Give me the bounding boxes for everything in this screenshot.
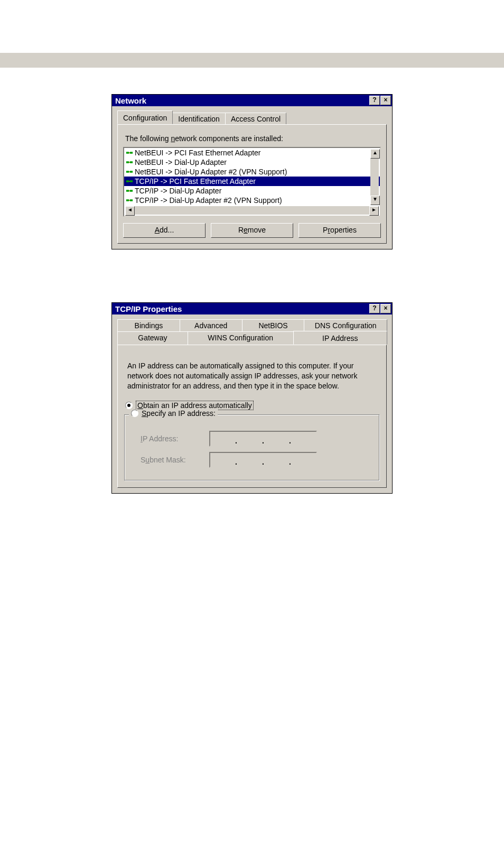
ip-address-label: IP Address: — [130, 434, 204, 443]
tab-wins-configuration[interactable]: WINS Configuration — [188, 331, 294, 345]
list-item-label: NetBEUI -> Dial-Up Adapter — [135, 158, 227, 166]
radio-icon — [131, 410, 138, 417]
svg-rect-7 — [130, 171, 133, 173]
tcpip-properties-dialog: TCP/IP Properties ? × Bindings Advanced … — [111, 302, 393, 494]
help-button[interactable]: ? — [369, 96, 380, 105]
close-button[interactable]: × — [380, 304, 391, 313]
list-item[interactable]: TCP/IP -> Dial-Up Adapter #2 (VPN Suppor… — [124, 196, 380, 205]
list-item-label: TCP/IP -> PCI Fast Ethernet Adapter — [135, 177, 256, 186]
scroll-up-button[interactable]: ▲ — [370, 149, 380, 159]
svg-rect-13 — [130, 190, 133, 192]
protocol-icon — [125, 149, 134, 157]
title-text: TCP/IP Properties — [113, 304, 369, 313]
tabs: Bindings Advanced NetBIOS DNS Configurat… — [117, 319, 387, 345]
scroll-left-button[interactable]: ◄ — [125, 206, 135, 216]
protocol-icon — [125, 196, 134, 205]
list-item-label: NetBEUI -> PCI Fast Ethernet Adapter — [135, 149, 261, 157]
svg-rect-0 — [126, 152, 129, 154]
tab-gateway[interactable]: Gateway — [117, 331, 188, 345]
network-dialog: Network ? × Configuration Identification… — [111, 94, 393, 249]
properties-button[interactable]: Properties — [298, 223, 381, 238]
remove-button[interactable]: Remove — [211, 223, 293, 238]
vertical-scrollbar[interactable]: ▲ ▼ — [370, 149, 379, 205]
list-item[interactable]: NetBEUI -> Dial-Up Adapter #2 (VPN Suppo… — [124, 167, 380, 177]
ip-address-field[interactable]: ... — [209, 431, 317, 447]
svg-rect-15 — [126, 199, 129, 201]
svg-rect-1 — [130, 152, 133, 154]
protocol-icon — [125, 168, 134, 176]
list-item-label: NetBEUI -> Dial-Up Adapter #2 (VPN Suppo… — [135, 168, 287, 176]
svg-rect-16 — [130, 199, 133, 201]
protocol-icon — [125, 158, 134, 166]
components-listbox[interactable]: NetBEUI -> PCI Fast Ethernet AdapterNetB… — [123, 147, 381, 217]
add-button[interactable]: Add... — [123, 223, 206, 238]
tab-identification[interactable]: Identification — [172, 113, 226, 125]
help-button[interactable]: ? — [369, 304, 380, 313]
list-item[interactable]: TCP/IP -> Dial-Up Adapter — [124, 186, 380, 196]
radio-specify[interactable]: Specify an IP address: — [129, 409, 218, 418]
tab-dns-configuration[interactable]: DNS Configuration — [304, 319, 387, 331]
list-item[interactable]: NetBEUI -> PCI Fast Ethernet Adapter — [124, 148, 380, 158]
svg-rect-10 — [130, 180, 133, 182]
scroll-right-button[interactable]: ► — [369, 206, 379, 216]
horizontal-scrollbar[interactable]: ◄ ► — [125, 206, 379, 215]
radio-icon — [125, 402, 133, 409]
svg-rect-9 — [126, 180, 129, 182]
svg-rect-6 — [126, 171, 129, 173]
titlebar[interactable]: TCP/IP Properties ? × — [112, 303, 392, 314]
tab-bindings[interactable]: Bindings — [117, 319, 180, 331]
title-text: Network — [113, 96, 369, 105]
svg-rect-4 — [130, 161, 133, 163]
list-item[interactable]: TCP/IP -> PCI Fast Ethernet Adapter — [124, 177, 380, 186]
tab-panel-configuration: The following network components are ins… — [117, 124, 387, 244]
installed-label: The following network components are ins… — [125, 134, 379, 143]
tabs: Configuration Identification Access Cont… — [117, 110, 387, 124]
page-top-bar — [0, 53, 504, 68]
radio-specify-label: Specify an IP address: — [142, 409, 216, 418]
list-item-label: TCP/IP -> Dial-Up Adapter #2 (VPN Suppor… — [135, 196, 282, 205]
subnet-mask-label: Subnet Mask: — [130, 456, 204, 464]
subnet-mask-field[interactable]: ... — [209, 452, 317, 468]
protocol-icon — [125, 187, 134, 195]
tab-advanced[interactable]: Advanced — [180, 319, 242, 331]
tab-netbios[interactable]: NetBIOS — [242, 319, 305, 331]
info-text: An IP address can be automatically assig… — [127, 361, 377, 391]
close-button[interactable]: × — [380, 96, 391, 105]
tab-configuration[interactable]: Configuration — [117, 110, 173, 124]
protocol-icon — [125, 177, 134, 186]
tab-access-control[interactable]: Access Control — [225, 113, 286, 125]
tab-panel-ip-address: An IP address can be automatically assig… — [117, 345, 387, 488]
svg-rect-12 — [126, 190, 129, 192]
tab-ip-address[interactable]: IP Address — [293, 331, 387, 345]
titlebar[interactable]: Network ? × — [112, 95, 392, 106]
list-item[interactable]: NetBEUI -> Dial-Up Adapter — [124, 158, 380, 167]
scroll-down-button[interactable]: ▼ — [370, 196, 380, 205]
list-item-label: TCP/IP -> Dial-Up Adapter — [135, 187, 221, 195]
specify-groupbox: Specify an IP address: IP Address: ... S… — [124, 414, 380, 481]
svg-rect-3 — [126, 161, 129, 163]
